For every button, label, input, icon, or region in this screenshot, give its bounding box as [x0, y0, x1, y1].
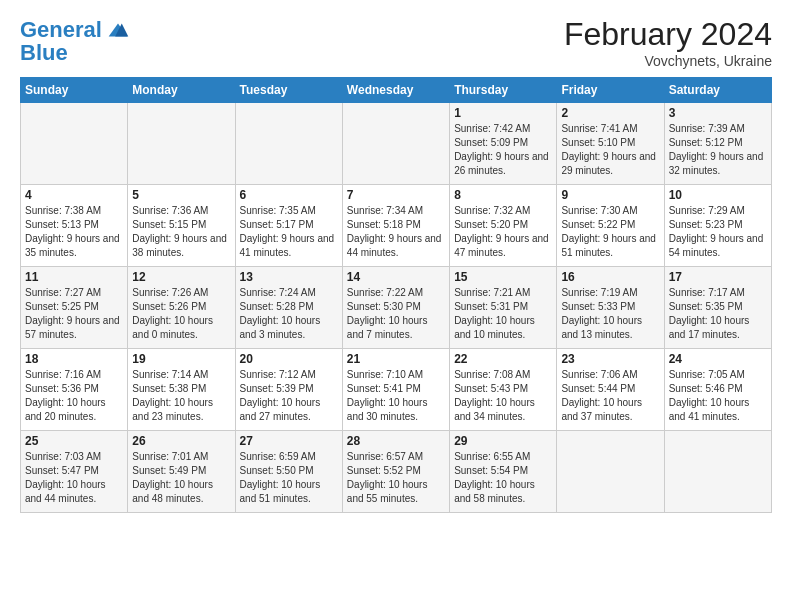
day-info: Sunrise: 7:27 AMSunset: 5:25 PMDaylight:…: [25, 286, 123, 342]
logo-general: General: [20, 17, 102, 42]
calendar-cell: [664, 431, 771, 513]
weekday-header: Saturday: [664, 78, 771, 103]
day-number: 4: [25, 188, 123, 202]
day-info: Sunrise: 7:32 AMSunset: 5:20 PMDaylight:…: [454, 204, 552, 260]
logo-blue: Blue: [20, 40, 68, 66]
calendar-cell: 16Sunrise: 7:19 AMSunset: 5:33 PMDayligh…: [557, 267, 664, 349]
calendar-week-row: 25Sunrise: 7:03 AMSunset: 5:47 PMDayligh…: [21, 431, 772, 513]
day-info: Sunrise: 6:59 AMSunset: 5:50 PMDaylight:…: [240, 450, 338, 506]
day-number: 8: [454, 188, 552, 202]
calendar-cell: 15Sunrise: 7:21 AMSunset: 5:31 PMDayligh…: [450, 267, 557, 349]
day-number: 11: [25, 270, 123, 284]
calendar-cell: 10Sunrise: 7:29 AMSunset: 5:23 PMDayligh…: [664, 185, 771, 267]
day-info: Sunrise: 7:41 AMSunset: 5:10 PMDaylight:…: [561, 122, 659, 178]
day-number: 21: [347, 352, 445, 366]
calendar-week-row: 4Sunrise: 7:38 AMSunset: 5:13 PMDaylight…: [21, 185, 772, 267]
day-number: 2: [561, 106, 659, 120]
title-block: February 2024 Vovchynets, Ukraine: [564, 16, 772, 69]
calendar-cell: 19Sunrise: 7:14 AMSunset: 5:38 PMDayligh…: [128, 349, 235, 431]
day-number: 6: [240, 188, 338, 202]
calendar-cell: 3Sunrise: 7:39 AMSunset: 5:12 PMDaylight…: [664, 103, 771, 185]
calendar-cell: 29Sunrise: 6:55 AMSunset: 5:54 PMDayligh…: [450, 431, 557, 513]
calendar-table: SundayMondayTuesdayWednesdayThursdayFrid…: [20, 77, 772, 513]
calendar-cell: 25Sunrise: 7:03 AMSunset: 5:47 PMDayligh…: [21, 431, 128, 513]
day-info: Sunrise: 7:17 AMSunset: 5:35 PMDaylight:…: [669, 286, 767, 342]
calendar-cell: 5Sunrise: 7:36 AMSunset: 5:15 PMDaylight…: [128, 185, 235, 267]
day-info: Sunrise: 7:03 AMSunset: 5:47 PMDaylight:…: [25, 450, 123, 506]
calendar-cell: 28Sunrise: 6:57 AMSunset: 5:52 PMDayligh…: [342, 431, 449, 513]
day-info: Sunrise: 7:30 AMSunset: 5:22 PMDaylight:…: [561, 204, 659, 260]
weekday-header: Sunday: [21, 78, 128, 103]
day-number: 20: [240, 352, 338, 366]
calendar-cell: 4Sunrise: 7:38 AMSunset: 5:13 PMDaylight…: [21, 185, 128, 267]
day-number: 29: [454, 434, 552, 448]
calendar-cell: 24Sunrise: 7:05 AMSunset: 5:46 PMDayligh…: [664, 349, 771, 431]
day-number: 3: [669, 106, 767, 120]
calendar-cell: 6Sunrise: 7:35 AMSunset: 5:17 PMDaylight…: [235, 185, 342, 267]
day-info: Sunrise: 7:19 AMSunset: 5:33 PMDaylight:…: [561, 286, 659, 342]
day-info: Sunrise: 6:57 AMSunset: 5:52 PMDaylight:…: [347, 450, 445, 506]
calendar-cell: 22Sunrise: 7:08 AMSunset: 5:43 PMDayligh…: [450, 349, 557, 431]
weekday-header: Wednesday: [342, 78, 449, 103]
day-info: Sunrise: 7:35 AMSunset: 5:17 PMDaylight:…: [240, 204, 338, 260]
day-number: 26: [132, 434, 230, 448]
day-number: 13: [240, 270, 338, 284]
calendar-cell: 14Sunrise: 7:22 AMSunset: 5:30 PMDayligh…: [342, 267, 449, 349]
day-info: Sunrise: 6:55 AMSunset: 5:54 PMDaylight:…: [454, 450, 552, 506]
day-info: Sunrise: 7:16 AMSunset: 5:36 PMDaylight:…: [25, 368, 123, 424]
day-number: 12: [132, 270, 230, 284]
day-number: 1: [454, 106, 552, 120]
calendar-week-row: 11Sunrise: 7:27 AMSunset: 5:25 PMDayligh…: [21, 267, 772, 349]
calendar-cell: 2Sunrise: 7:41 AMSunset: 5:10 PMDaylight…: [557, 103, 664, 185]
calendar-cell: 9Sunrise: 7:30 AMSunset: 5:22 PMDaylight…: [557, 185, 664, 267]
page-subtitle: Vovchynets, Ukraine: [564, 53, 772, 69]
day-number: 25: [25, 434, 123, 448]
day-info: Sunrise: 7:34 AMSunset: 5:18 PMDaylight:…: [347, 204, 445, 260]
day-info: Sunrise: 7:42 AMSunset: 5:09 PMDaylight:…: [454, 122, 552, 178]
day-number: 23: [561, 352, 659, 366]
day-number: 18: [25, 352, 123, 366]
day-number: 27: [240, 434, 338, 448]
day-info: Sunrise: 7:05 AMSunset: 5:46 PMDaylight:…: [669, 368, 767, 424]
weekday-header-row: SundayMondayTuesdayWednesdayThursdayFrid…: [21, 78, 772, 103]
calendar-cell: [21, 103, 128, 185]
day-number: 16: [561, 270, 659, 284]
calendar-cell: [557, 431, 664, 513]
logo: General Blue: [20, 16, 132, 66]
day-number: 19: [132, 352, 230, 366]
day-info: Sunrise: 7:12 AMSunset: 5:39 PMDaylight:…: [240, 368, 338, 424]
day-number: 17: [669, 270, 767, 284]
day-info: Sunrise: 7:14 AMSunset: 5:38 PMDaylight:…: [132, 368, 230, 424]
calendar-week-row: 18Sunrise: 7:16 AMSunset: 5:36 PMDayligh…: [21, 349, 772, 431]
calendar-cell: 13Sunrise: 7:24 AMSunset: 5:28 PMDayligh…: [235, 267, 342, 349]
day-info: Sunrise: 7:21 AMSunset: 5:31 PMDaylight:…: [454, 286, 552, 342]
day-info: Sunrise: 7:38 AMSunset: 5:13 PMDaylight:…: [25, 204, 123, 260]
day-number: 22: [454, 352, 552, 366]
day-number: 24: [669, 352, 767, 366]
day-number: 15: [454, 270, 552, 284]
calendar-cell: [342, 103, 449, 185]
day-info: Sunrise: 7:06 AMSunset: 5:44 PMDaylight:…: [561, 368, 659, 424]
calendar-cell: 21Sunrise: 7:10 AMSunset: 5:41 PMDayligh…: [342, 349, 449, 431]
logo-text: General: [20, 18, 102, 42]
calendar-cell: 1Sunrise: 7:42 AMSunset: 5:09 PMDaylight…: [450, 103, 557, 185]
day-number: 9: [561, 188, 659, 202]
calendar-cell: 7Sunrise: 7:34 AMSunset: 5:18 PMDaylight…: [342, 185, 449, 267]
calendar-cell: 18Sunrise: 7:16 AMSunset: 5:36 PMDayligh…: [21, 349, 128, 431]
main-container: General Blue February 2024 Vovchynets, U…: [0, 0, 792, 523]
calendar-cell: 23Sunrise: 7:06 AMSunset: 5:44 PMDayligh…: [557, 349, 664, 431]
calendar-cell: 26Sunrise: 7:01 AMSunset: 5:49 PMDayligh…: [128, 431, 235, 513]
day-info: Sunrise: 7:29 AMSunset: 5:23 PMDaylight:…: [669, 204, 767, 260]
page-title: February 2024: [564, 16, 772, 53]
day-info: Sunrise: 7:10 AMSunset: 5:41 PMDaylight:…: [347, 368, 445, 424]
day-number: 14: [347, 270, 445, 284]
day-info: Sunrise: 7:08 AMSunset: 5:43 PMDaylight:…: [454, 368, 552, 424]
calendar-cell: 8Sunrise: 7:32 AMSunset: 5:20 PMDaylight…: [450, 185, 557, 267]
weekday-header: Friday: [557, 78, 664, 103]
logo-icon: [104, 16, 132, 44]
day-number: 7: [347, 188, 445, 202]
calendar-cell: [235, 103, 342, 185]
weekday-header: Tuesday: [235, 78, 342, 103]
calendar-cell: 20Sunrise: 7:12 AMSunset: 5:39 PMDayligh…: [235, 349, 342, 431]
calendar-cell: 27Sunrise: 6:59 AMSunset: 5:50 PMDayligh…: [235, 431, 342, 513]
